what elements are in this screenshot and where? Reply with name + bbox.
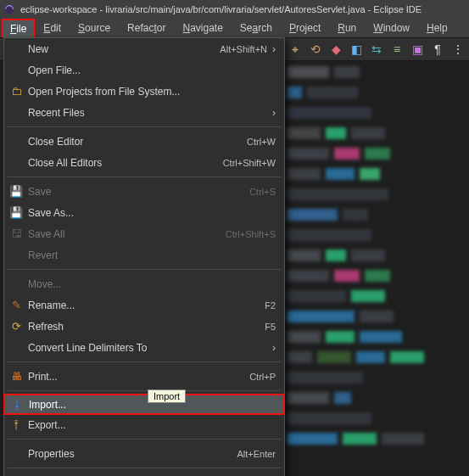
menu-save-as[interactable]: 💾 Save As... — [4, 202, 284, 223]
menu-edit[interactable]: Edit — [35, 19, 70, 37]
editor-background — [287, 61, 469, 476]
toolbar-icon[interactable]: ¶ — [431, 42, 444, 56]
menu-open-projects[interactable]: 🗀 Open Projects from File System... — [4, 81, 284, 102]
toolbar-icon[interactable]: ⌖ — [288, 42, 302, 56]
rename-icon: ✎ — [4, 299, 28, 311]
refresh-icon: ⟳ — [4, 320, 28, 333]
menu-run[interactable]: Run — [329, 19, 365, 37]
toolbar-icon[interactable]: ⇆ — [370, 42, 383, 56]
export-icon: ⭱ — [4, 418, 28, 431]
toolbar-icon[interactable]: ≡ — [390, 42, 404, 56]
menu-navigate[interactable]: Navigate — [174, 19, 231, 37]
toolbar-icon[interactable]: ⟲ — [309, 42, 322, 56]
menu-convert-line-delimiters[interactable]: Convert Line Delimiters To › — [4, 337, 284, 358]
menu-help[interactable]: Help — [418, 19, 456, 37]
menu-file[interactable]: File — [2, 19, 35, 37]
separator — [8, 176, 281, 177]
toolbar-icon[interactable]: ⋮ — [451, 42, 465, 56]
svg-point-0 — [5, 5, 14, 14]
import-icon: ⭳ — [5, 398, 29, 411]
menu-recent-files[interactable]: Recent Files › — [4, 102, 284, 123]
menu-close-all-editors[interactable]: Close All Editors Ctrl+Shift+W — [4, 152, 284, 173]
menu-switch-workspace[interactable]: Switch Workspace › — [4, 472, 284, 476]
menubar: File Edit Source Refactor Navigate Searc… — [0, 19, 469, 37]
menu-revert: Revert — [4, 244, 284, 266]
separator — [8, 126, 281, 127]
menu-properties[interactable]: Properties Alt+Enter — [4, 443, 284, 464]
folder-icon: 🗀 — [4, 85, 28, 98]
menu-export[interactable]: ⭱ Export... — [4, 414, 284, 435]
titlebar: eclipse-workspace - livraria/src/main/ja… — [0, 0, 469, 19]
menu-move: Move... — [4, 273, 284, 294]
menu-open-file[interactable]: Open File... — [4, 59, 284, 81]
menu-refresh[interactable]: ⟳ Refresh F5 — [4, 316, 284, 337]
menu-project[interactable]: Project — [281, 19, 329, 37]
window-title: eclipse-workspace - livraria/src/main/ja… — [20, 4, 422, 14]
menu-window[interactable]: Window — [365, 19, 418, 37]
menu-save-all: 🖫 Save All Ctrl+Shift+S — [4, 223, 284, 244]
menu-new[interactable]: New Alt+Shift+N › — [4, 38, 284, 59]
import-tooltip: Import — [148, 389, 186, 403]
toolbar-icon[interactable]: ◧ — [349, 42, 363, 56]
separator — [8, 468, 281, 468]
separator — [8, 269, 281, 270]
menu-rename[interactable]: ✎ Rename... F2 — [4, 294, 284, 316]
toolbar-icon[interactable]: ◆ — [329, 42, 343, 56]
separator — [8, 361, 281, 362]
menu-close-editor[interactable]: Close Editor Ctrl+W — [4, 131, 284, 152]
separator — [8, 439, 281, 440]
menu-print[interactable]: 🖶 Print... Ctrl+P — [4, 366, 284, 387]
menu-source[interactable]: Source — [70, 19, 119, 37]
menu-save: 💾 Save Ctrl+S — [4, 181, 284, 202]
save-as-icon: 💾 — [4, 206, 28, 219]
separator — [8, 390, 281, 391]
menu-search[interactable]: Search — [232, 19, 281, 37]
save-icon: 💾 — [4, 185, 28, 198]
save-all-icon: 🖫 — [4, 227, 28, 240]
file-dropdown: New Alt+Shift+N › Open File... 🗀 Open Pr… — [3, 37, 285, 476]
menu-import[interactable]: ⭳ Import... Import — [3, 394, 285, 415]
print-icon: 🖶 — [4, 370, 28, 383]
eclipse-icon — [3, 3, 15, 15]
toolbar-icon[interactable]: ▣ — [410, 42, 424, 56]
menu-refactor[interactable]: Refactor — [119, 19, 174, 37]
